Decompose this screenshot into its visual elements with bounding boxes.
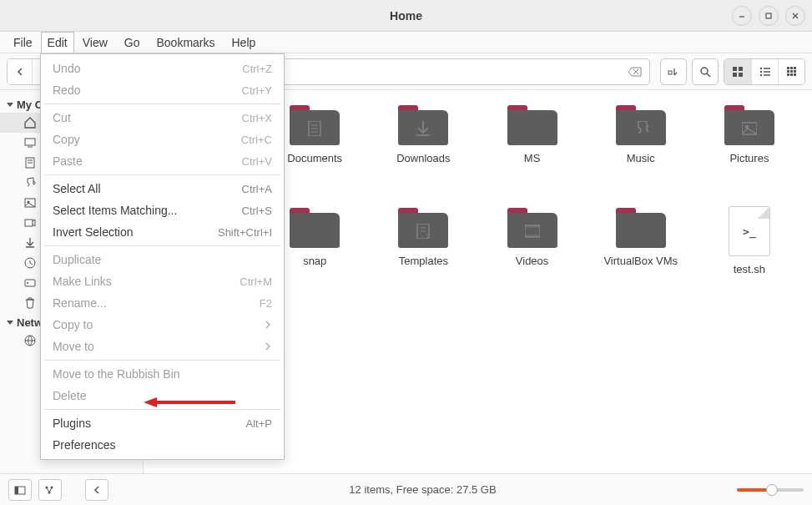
folder-icon [507,104,557,145]
svg-point-40 [27,282,28,284]
window-controls [732,6,805,26]
zoom-thumb[interactable] [766,484,778,496]
menu-item-label: Undo [53,62,80,75]
menu-item-label: Copy to [53,318,93,331]
menu-item-label: Move to [53,340,94,353]
trash-icon [23,296,37,310]
menu-item-select-all[interactable]: Select AllCtrl+A [41,178,284,199]
file-label: VirtualBox VMs [603,255,678,267]
menu-item-plugins[interactable]: PluginsAlt+P [41,412,284,434]
menu-item-label: Copy [53,133,80,146]
close-button[interactable] [785,6,805,26]
back-button[interactable] [8,59,33,84]
menu-item-label: Select Items Matching... [53,204,177,217]
file-label: Pictures [729,152,769,164]
file-label: snap [303,255,326,267]
menu-item-label: Duplicate [53,253,101,266]
menu-item-label: Move to the Rubbish Bin [53,367,180,381]
folder-icon [507,206,557,248]
search-icon [699,66,711,78]
svg-rect-24 [787,70,789,73]
svg-rect-37 [25,220,33,226]
search-button[interactable] [692,58,719,85]
folder-icon [616,104,666,145]
list-view-button[interactable] [751,59,778,84]
menu-edit[interactable]: Edit [41,32,74,53]
svg-point-49 [745,125,749,129]
zoom-slider[interactable] [737,488,804,492]
svg-rect-53 [525,235,540,237]
minimize-button[interactable] [732,6,752,26]
fs-icon [23,276,37,290]
menu-help[interactable]: Help [224,32,265,53]
toggle-location-button[interactable] [660,58,687,85]
menu-item-label: Delete [53,389,86,402]
svg-rect-1 [766,13,771,18]
music-icon [23,176,37,189]
window-title: Home [390,9,422,23]
svg-rect-52 [525,225,540,228]
file-label: Downloads [396,152,450,164]
folder-icon [290,206,340,248]
file-item-ms[interactable]: MS [486,104,577,164]
svg-line-10 [707,73,710,77]
menu-item-label: Select All [53,182,101,195]
menu-shortcut: Shift+Ctrl+I [218,226,272,239]
menu-shortcut: F2 [260,297,272,310]
svg-rect-12 [739,67,743,71]
file-item-downloads[interactable]: Downloads [377,104,469,164]
menu-item-invert-selection[interactable]: Invert SelectionShift+Ctrl+I [41,221,284,243]
doc-icon [23,156,37,169]
location-clear-icon[interactable] [626,63,644,81]
icon-view-button[interactable] [724,59,751,84]
file-item-music[interactable]: Music [595,104,687,164]
menu-item-label: Cut [53,111,71,124]
maximize-button[interactable] [759,6,779,26]
chevron-right-icon [264,318,272,331]
home-icon [23,116,37,129]
compact-view-button[interactable] [778,59,804,84]
menu-go[interactable]: Go [116,32,149,53]
menu-view[interactable]: View [74,32,116,53]
file-item-test-sh[interactable]: >_test.sh [704,206,795,275]
menu-item-preferences[interactable]: Preferences [41,434,284,456]
file-label: MS [524,152,541,164]
menu-item-copy: CopyCtrl+C [41,129,284,150]
file-item-pictures[interactable]: Pictures [704,104,795,164]
svg-rect-8 [668,71,672,74]
svg-rect-25 [790,70,793,73]
menu-shortcut: Ctrl+Z [242,63,272,75]
file-item-templates[interactable]: Templates [377,206,469,275]
file-item-virtualbox-vms[interactable]: VirtualBox VMs [595,206,687,275]
file-item-videos[interactable]: Videos [486,206,577,275]
folder-icon [290,104,340,145]
svg-point-17 [759,70,761,72]
menu-item-label: Make Links [53,275,112,288]
chevron-down-icon [7,103,13,107]
svg-rect-14 [739,73,743,77]
menu-item-select-items-matching[interactable]: Select Items Matching...Ctrl+S [41,199,284,221]
menu-item-label: Paste [53,154,83,168]
desktop-icon [23,136,37,149]
folder-icon [398,104,448,145]
tree-toggle-button[interactable] [38,479,62,501]
menu-file[interactable]: File [5,32,41,53]
svg-rect-21 [787,67,789,69]
menu-item-make-links: Make LinksCtrl+M [41,270,284,292]
vid-icon [23,216,37,230]
file-label: Videos [516,255,549,267]
svg-point-15 [759,67,761,68]
folder-icon [616,206,666,248]
menu-item-label: Invert Selection [53,225,134,239]
menu-shortcut: Ctrl+Y [242,84,272,97]
menu-bookmarks[interactable]: Bookmarks [148,32,223,53]
svg-rect-30 [25,139,35,145]
menu-item-rename: Rename...F2 [41,292,284,314]
menu-shortcut: Alt+P [246,417,272,430]
svg-point-9 [701,68,708,74]
close-sidebar-button[interactable] [85,479,108,501]
file-label: Templates [399,255,448,267]
titlebar: Home [0,0,812,32]
places-toggle-button[interactable] [8,479,32,501]
menu-shortcut: Ctrl+V [242,155,272,168]
